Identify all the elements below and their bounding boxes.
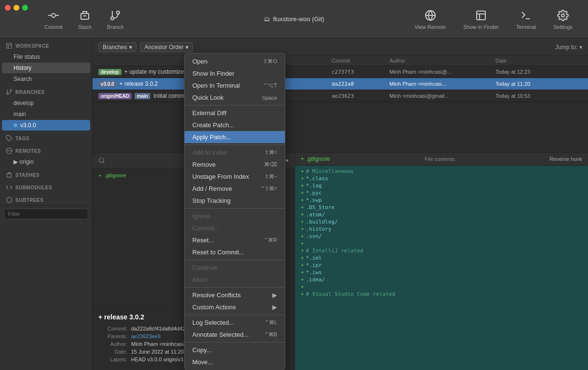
minimize-button[interactable] [13, 5, 19, 11]
sidebar-item-search[interactable]: Search [2, 74, 90, 84]
window-title: 🗂 fluxstore-woo (Git) [264, 15, 324, 23]
settings-icon [556, 9, 570, 22]
sidebar-item-history[interactable]: History [2, 63, 90, 73]
code-area: +# Miscellaneous +*.class +*.log +*.pyc … [295, 166, 588, 370]
menu-open[interactable]: Open ⇧⌘O [185, 55, 285, 67]
view-remote-button[interactable]: View Remote [407, 6, 454, 33]
menu-resolve-conflicts[interactable]: Resolve Conflicts ▶ [185, 289, 285, 301]
menu-copy[interactable]: Copy... [185, 344, 285, 356]
branch-bar: Branches ▾ Ancestor Order ▾ Jump to: ▾ [93, 39, 588, 56]
bottom-panels: ⊕ ▾ + .gitignore + release 3.0.2 Commit:… [93, 152, 588, 370]
filter-input[interactable] [4, 209, 88, 219]
code-line: +*.iml [295, 254, 588, 262]
terminal-label: Terminal [516, 24, 536, 30]
commit-hash-2: da222a8 [332, 81, 389, 87]
stash-label: Stash [78, 24, 92, 30]
code-line: +*.iws [295, 269, 588, 276]
sidebar-item-develop[interactable]: develop [2, 98, 90, 108]
menu-move[interactable]: Move... [185, 356, 285, 368]
show-in-finder-button[interactable]: Show in Finder [455, 6, 506, 33]
terminal-button[interactable]: Terminal [508, 6, 544, 33]
commit-date-2: Today at 11:20 [495, 81, 582, 87]
commit-button[interactable]: Commit [37, 6, 70, 33]
code-line: +.svn/ [295, 233, 588, 240]
stashes-header: STASHES [0, 168, 92, 180]
settings-button[interactable]: Settings [546, 6, 580, 33]
sidebar-filter-area [0, 205, 92, 222]
svg-line-22 [103, 162, 105, 163]
commit-table: Commit Author Date develop + update my c… [93, 56, 588, 152]
code-line: + [295, 240, 588, 247]
code-line: +.buildlog/ [295, 218, 588, 225]
code-line: +.atom/ [295, 211, 588, 218]
menu-open-in-terminal[interactable]: Open In Terminal ⌃⌥T [185, 79, 285, 92]
menu-apply-patch[interactable]: Apply Patch... [185, 131, 285, 143]
commit-author-3: Minh <minhcasi@gmail... [389, 93, 495, 99]
tag-origin-head: origin/HEAD [98, 93, 132, 99]
code-filename: + .gitignore [301, 156, 330, 162]
context-menu: Open ⇧⌘O Show In Finder Open In Terminal… [184, 53, 285, 370]
sidebar-item-file-status[interactable]: File status [2, 52, 90, 62]
menu-reset[interactable]: Reset... ⌃⌘R [185, 234, 285, 246]
right-panel: + .gitignore File contents Reverse hunk … [295, 153, 588, 370]
menu-annotate-selected[interactable]: Annotate Selected... ⌃⌘B [185, 329, 285, 341]
commit-hash-1: c2737f3 [332, 69, 389, 75]
commit-author-2: Minh Pham <minhcasi... [389, 81, 495, 87]
sidebar: WORKSPACE File status History Search BRA… [0, 39, 93, 370]
order-selector[interactable]: Ancestor Order ▾ [140, 42, 193, 52]
menu-log-selected[interactable]: Log Selected... ⌃⌘L [185, 317, 285, 329]
menu-create-patch[interactable]: Create Patch... [185, 119, 285, 131]
menu-separator [185, 105, 285, 106]
sidebar-item-v3[interactable]: v3.0.0 [2, 120, 90, 131]
svg-point-21 [99, 158, 104, 162]
active-branch-dot [13, 123, 17, 127]
branches-selector[interactable]: Branches ▾ [98, 42, 136, 52]
table-row[interactable]: v3.0.0 + release 3.0.2 da222a8 Minh Pham… [93, 78, 588, 90]
commit-icon [47, 9, 60, 22]
settings-label: Settings [553, 24, 573, 30]
svg-point-0 [52, 13, 55, 17]
svg-rect-13 [7, 43, 12, 49]
code-line: +*.log [295, 182, 588, 189]
commit-date-1: Today at 12:23 [495, 69, 582, 75]
svg-point-6 [117, 11, 120, 14]
stash-button[interactable]: Stash [70, 6, 99, 33]
menu-commit: Commit... [185, 222, 285, 234]
svg-point-15 [10, 90, 12, 92]
menu-quick-look[interactable]: Quick Look Space [185, 92, 285, 104]
menu-abort: Abort [185, 274, 285, 286]
menu-separator [185, 208, 285, 209]
branch-label: Branch [107, 24, 124, 30]
menu-custom-actions[interactable]: Custom Actions ▶ [185, 301, 285, 313]
code-line: + [295, 283, 588, 291]
menu-continue: Continue [185, 262, 285, 274]
window-controls[interactable] [5, 5, 28, 11]
sidebar-item-main[interactable]: main [2, 109, 90, 119]
menu-show-in-finder[interactable]: Show In Finder [185, 67, 285, 79]
close-button[interactable] [5, 5, 11, 11]
commit-date-3: Today at 10:53 [495, 93, 582, 99]
svg-point-7 [111, 17, 114, 20]
table-row[interactable]: origin/HEAD main Initial commit ae23623 … [93, 90, 588, 102]
menu-unstage[interactable]: Unstage From Index ⇧⌘− [185, 171, 285, 183]
subtrees-header: SUBTREES [0, 193, 92, 205]
code-line: +*.class [295, 175, 588, 182]
menu-separator [185, 260, 285, 260]
menu-reset-to-commit[interactable]: Reset to Commit... [185, 246, 285, 258]
maximize-button[interactable] [22, 5, 28, 11]
commit-author-1: Minh Pham <minhcasi@... [389, 69, 495, 75]
menu-remove[interactable]: Remove ⌘⌫ [185, 159, 285, 171]
menu-add-to-index: Add to index ⇧⌘= [185, 146, 285, 159]
menu-stop-tracking[interactable]: Stop Tracking [185, 195, 285, 207]
code-header: + .gitignore File contents Reverse hunk [295, 153, 588, 166]
reverse-hunk-button[interactable]: Reverse hunk [549, 156, 582, 162]
commit-hash-3: ae23623 [332, 93, 389, 99]
sidebar-item-origin[interactable]: ▶ origin [2, 157, 90, 167]
branch-button[interactable]: Branch [99, 6, 132, 33]
menu-external-diff[interactable]: External Diff [185, 107, 285, 119]
content-area: Branches ▾ Ancestor Order ▾ Jump to: ▾ C… [93, 39, 588, 370]
branch-icon [108, 9, 122, 22]
title-icon: 🗂 [264, 15, 270, 23]
table-row[interactable]: develop + update my customize ✅ c2737f3 … [93, 66, 588, 78]
menu-add-remove[interactable]: Add / Remove ⌃⇧⌘= [185, 183, 285, 195]
